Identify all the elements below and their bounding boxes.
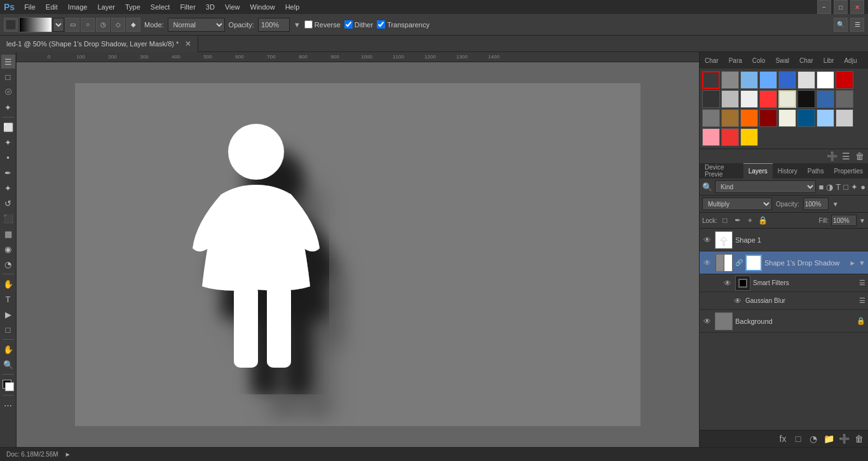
style-swatch-11[interactable]	[759, 90, 777, 108]
tab-close-btn[interactable]: ✕	[185, 39, 191, 48]
radial-gradient-btn[interactable]: ○	[81, 18, 95, 32]
tab-swal[interactable]: Swal	[770, 52, 794, 69]
tab-libr[interactable]: Libr	[818, 52, 839, 69]
tab-layers[interactable]: Layers	[743, 163, 773, 178]
layer-mask-indicator[interactable]: ►	[849, 259, 856, 267]
lock-position-btn[interactable]: ⌖	[745, 215, 756, 225]
lock-transparent-btn[interactable]: □	[720, 215, 730, 225]
filter-shape-icon[interactable]: □	[843, 182, 848, 192]
style-swatch-19[interactable]	[759, 109, 777, 127]
panel-menu-btn[interactable]: ☰	[840, 150, 851, 162]
layer-vis-shape1[interactable]: 👁	[702, 235, 712, 245]
style-swatch-14[interactable]	[817, 90, 834, 108]
filter-type-icon[interactable]: T	[836, 182, 841, 192]
menu-filter[interactable]: Filter	[175, 2, 200, 12]
menu-file[interactable]: File	[20, 2, 40, 12]
dodge-tool[interactable]: ◔	[1, 257, 15, 271]
layer-adjustment-btn[interactable]: ◔	[807, 432, 820, 445]
layer-row-background[interactable]: 👁 Background 🔒	[700, 310, 868, 333]
style-swatch-17[interactable]	[721, 109, 739, 127]
smart-filter-settings-icon[interactable]: ☰	[859, 279, 865, 287]
move-tool[interactable]: ☰	[1, 55, 15, 69]
status-arrow[interactable]: ►	[65, 451, 71, 458]
gradient-tool[interactable]: ▦	[1, 227, 15, 241]
marquee-tool[interactable]: □	[1, 70, 15, 84]
reverse-check[interactable]: Reverse	[304, 20, 341, 29]
gradient-swatch[interactable]	[19, 17, 52, 32]
layer-vis-dropshadow[interactable]: 👁	[702, 258, 712, 268]
tab-char2[interactable]: Char	[794, 52, 818, 69]
opacity-value-input[interactable]	[803, 197, 829, 210]
opacity-dropdown-arrow[interactable]: ▼	[832, 201, 839, 208]
maximize-button[interactable]: □	[834, 0, 848, 14]
layer-expand-btn[interactable]: ▼	[858, 259, 865, 267]
document-canvas[interactable]	[75, 83, 641, 426]
tab-history[interactable]: History	[773, 163, 803, 178]
eraser-tool[interactable]: ⬛	[1, 211, 15, 225]
delete-layer-btn[interactable]: 🗑	[853, 432, 865, 445]
style-swatch-none[interactable]	[702, 71, 720, 89]
tab-properties[interactable]: Properties	[829, 163, 868, 178]
style-swatch-20[interactable]	[778, 109, 796, 127]
swatch-options-dropdown[interactable]: ▼	[53, 18, 64, 32]
diamond-gradient-btn[interactable]: ◆	[126, 18, 140, 32]
fill-dropdown-arrow[interactable]: ▼	[859, 217, 865, 224]
menu-window[interactable]: Window	[246, 2, 280, 12]
filter-kind-dropdown[interactable]: Kind	[715, 180, 816, 193]
tab-device-preview[interactable]: Device Previe	[700, 163, 743, 178]
close-button[interactable]: ✕	[850, 0, 864, 14]
create-new-style-btn[interactable]: ➕	[826, 150, 837, 162]
style-swatch-1[interactable]	[721, 71, 739, 89]
sub-layer-gaussian-blur[interactable]: 👁 Gaussian Blur ☰	[700, 292, 868, 310]
history-brush-tool[interactable]: ↺	[1, 196, 15, 210]
gaussian-blur-settings-icon[interactable]: ☰	[859, 297, 865, 305]
transparency-check[interactable]: Transparency	[377, 20, 430, 29]
lasso-tool[interactable]: ⦾	[1, 85, 15, 99]
blend-mode-dropdown[interactable]: Multiply Normal Screen	[702, 197, 772, 210]
shape-tool[interactable]: □	[1, 323, 15, 337]
path-select-tool[interactable]: ▶	[1, 307, 15, 321]
menu-image[interactable]: Image	[64, 2, 92, 12]
style-swatch-6[interactable]	[817, 71, 834, 89]
crop-tool[interactable]: ⬜	[1, 120, 15, 134]
zoom-tool[interactable]: 🔍	[1, 357, 15, 371]
healing-tool[interactable]: •	[1, 150, 15, 164]
menu-help[interactable]: Help	[281, 2, 304, 12]
style-swatch-12[interactable]	[778, 90, 796, 108]
new-layer-btn[interactable]: ➕	[837, 432, 850, 445]
angle-gradient-btn[interactable]: ◷	[96, 18, 110, 32]
style-swatch-25[interactable]	[721, 128, 739, 146]
document-tab[interactable]: led-1 @ 50% (Shape 1's Drop Shadow, Laye…	[0, 36, 198, 52]
style-swatch-9[interactable]	[721, 90, 739, 108]
style-swatch-18[interactable]	[740, 109, 758, 127]
tab-para[interactable]: Para	[724, 52, 747, 69]
style-swatch-5[interactable]	[797, 71, 815, 89]
clone-tool[interactable]: ✦	[1, 181, 15, 195]
hand-tool[interactable]: ✋	[1, 342, 15, 356]
style-swatch-7[interactable]	[836, 71, 853, 89]
reverse-checkbox[interactable]	[304, 20, 313, 29]
opacity-arrow-icon[interactable]: ▼	[294, 21, 301, 29]
style-swatch-10[interactable]	[740, 90, 758, 108]
reflected-gradient-btn[interactable]: ◇	[111, 18, 125, 32]
style-swatch-26[interactable]	[740, 128, 758, 146]
style-swatch-24[interactable]	[702, 128, 720, 146]
layer-group-btn[interactable]: 📁	[822, 432, 835, 445]
style-swatch-23[interactable]	[836, 109, 853, 127]
sub-layer-vis-smart[interactable]: 👁	[722, 278, 733, 288]
tab-adju[interactable]: Adju	[839, 52, 862, 69]
style-swatch-8[interactable]	[702, 90, 720, 108]
layer-mask-btn[interactable]: □	[792, 432, 804, 445]
layer-row-shape1[interactable]: 👁 Shape 1	[700, 229, 868, 251]
filter-dot-icon[interactable]: ●	[860, 182, 865, 192]
filter-smart-icon[interactable]: ✦	[851, 182, 858, 192]
style-swatch-22[interactable]	[817, 109, 834, 127]
style-swatch-4[interactable]	[778, 71, 796, 89]
style-swatch-13[interactable]	[797, 90, 815, 108]
tab-char[interactable]: Char	[700, 52, 724, 69]
opacity-input[interactable]	[258, 18, 290, 32]
menu-view[interactable]: View	[220, 2, 245, 12]
layer-vis-background[interactable]: 👁	[702, 316, 712, 326]
menu-3d[interactable]: 3D	[201, 2, 219, 12]
layer-row-dropshadow[interactable]: 👁 🔗 Shape 1's Drop Shadow ► ▼	[700, 251, 868, 274]
